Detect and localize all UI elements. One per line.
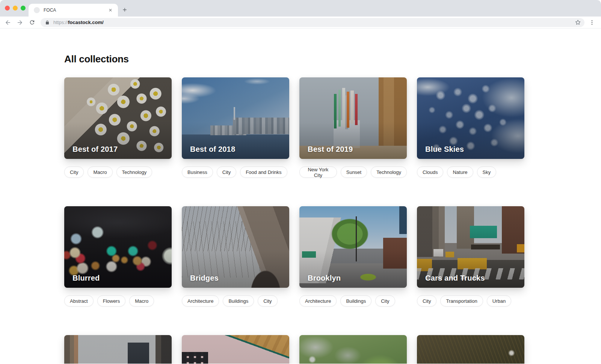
collection-cover-image[interactable] [417, 335, 524, 364]
page-content: All collections Best of 2017 CityMacroTe… [0, 29, 601, 364]
collection-card[interactable] [299, 335, 407, 364]
tag-pill[interactable]: City [417, 295, 436, 307]
page-title: All collections [64, 53, 601, 65]
collection-card[interactable]: Blue Skies CloudsNatureSky [417, 77, 524, 178]
collection-tags: CityMacroTechnology [64, 166, 172, 178]
collection-title: Bridges [190, 274, 219, 282]
collection-card[interactable] [182, 335, 289, 364]
collection-card[interactable]: Blurred AbstractFlowersMacro [64, 206, 172, 307]
collection-cover-image[interactable]: Bridges [182, 206, 289, 288]
tag-pill[interactable]: Business [182, 166, 213, 178]
window-zoom-button[interactable] [21, 6, 26, 11]
tag-pill[interactable]: Food and Drinks [240, 166, 287, 178]
collection-title: Blurred [72, 274, 100, 282]
collection-tags: ArchitectureBuildingsCity [299, 295, 407, 307]
tag-pill[interactable]: City [64, 166, 84, 178]
tag-pill[interactable]: City [258, 295, 277, 307]
lock-icon [45, 20, 50, 25]
collection-card[interactable]: Cars and Trucks CityTransportationUrban [417, 206, 524, 307]
collection-card[interactable] [64, 335, 172, 364]
collection-cover-image[interactable]: Best of 2017 [64, 77, 172, 159]
tab-close-icon[interactable] [107, 7, 113, 13]
collection-cover-image[interactable] [182, 335, 289, 364]
collection-title: Best of 2019 [308, 145, 353, 154]
tag-pill[interactable]: Flowers [97, 295, 126, 307]
collection-cover-image[interactable]: Blurred [64, 206, 172, 288]
collection-tags: AbstractFlowersMacro [64, 295, 172, 307]
tag-pill[interactable]: City [217, 166, 236, 178]
collection-cover-image[interactable] [64, 335, 172, 364]
tag-pill[interactable]: Abstract [64, 295, 94, 307]
bookmark-star-icon[interactable] [574, 19, 581, 26]
reload-icon[interactable] [27, 18, 36, 27]
tag-pill[interactable]: Sunset [341, 166, 367, 178]
collection-cover-image[interactable]: Cars and Trucks [417, 206, 524, 288]
tag-pill[interactable]: Technology [116, 166, 153, 178]
tag-pill[interactable]: Buildings [223, 295, 254, 307]
collection-cover-image[interactable]: Best of 2018 [182, 77, 289, 159]
browser-menu-icon[interactable] [587, 18, 596, 27]
collection-tags: BusinessCityFood and Drinks [182, 166, 289, 178]
browser-tab[interactable]: FOCA [29, 4, 118, 17]
browser-window: FOCA https://focastock.com/ [0, 0, 601, 364]
collection-cover-image[interactable]: Best of 2019 [299, 77, 407, 159]
collection-cover-image[interactable] [299, 335, 407, 364]
browser-toolbar: https://focastock.com/ [0, 17, 601, 29]
url-domain: focastock.com/ [68, 20, 104, 25]
tag-pill[interactable]: Macro [88, 166, 112, 178]
tab-title: FOCA [44, 8, 107, 13]
tab-favicon-icon [34, 7, 40, 13]
collections-grid: Best of 2017 CityMacroTechnology Best of… [64, 77, 524, 364]
collection-tags: ArchitectureBuildingsCity [182, 295, 289, 307]
collection-card[interactable]: Brooklyn ArchitectureBuildingsCity [299, 206, 407, 307]
collection-cover-image[interactable]: Blue Skies [417, 77, 524, 159]
collection-card[interactable]: Bridges ArchitectureBuildingsCity [182, 206, 289, 307]
tag-pill[interactable]: Transportation [440, 295, 483, 307]
tag-pill[interactable]: Clouds [417, 166, 443, 178]
collection-title: Best of 2017 [72, 145, 118, 154]
collection-title: Brooklyn [308, 274, 341, 282]
traffic-lights [5, 6, 26, 11]
tag-pill[interactable]: Technology [371, 166, 407, 178]
collection-cover-image[interactable]: Brooklyn [299, 206, 407, 288]
collection-title: Blue Skies [425, 145, 464, 154]
forward-icon[interactable] [15, 18, 24, 27]
collection-card[interactable]: Best of 2019 New York CitySunsetTechnolo… [299, 77, 407, 178]
tab-strip: FOCA [0, 0, 601, 17]
tag-pill[interactable]: New York City [299, 166, 337, 178]
collection-card[interactable]: Best of 2018 BusinessCityFood and Drinks [182, 77, 289, 178]
collection-tags: New York CitySunsetTechnology [299, 166, 407, 178]
tag-pill[interactable]: Architecture [299, 295, 337, 307]
collection-tags: CloudsNatureSky [417, 166, 524, 178]
tag-pill[interactable]: Macro [129, 295, 154, 307]
url-scheme: https:// [53, 20, 68, 25]
new-tab-button[interactable] [120, 5, 129, 14]
url-text: https://focastock.com/ [53, 20, 104, 25]
window-close-button[interactable] [5, 6, 10, 11]
tag-pill[interactable]: Architecture [182, 295, 219, 307]
address-bar[interactable]: https://focastock.com/ [41, 18, 584, 27]
window-minimize-button[interactable] [13, 6, 18, 11]
collection-title: Best of 2018 [190, 145, 235, 154]
tag-pill[interactable]: Sky [477, 166, 497, 178]
tag-pill[interactable]: City [375, 295, 395, 307]
tag-pill[interactable]: Nature [447, 166, 473, 178]
tag-pill[interactable]: Buildings [340, 295, 371, 307]
collection-card[interactable]: Best of 2017 CityMacroTechnology [64, 77, 172, 178]
collection-title: Cars and Trucks [425, 274, 485, 282]
back-icon[interactable] [3, 18, 12, 27]
collection-tags: CityTransportationUrban [417, 295, 524, 307]
tag-pill[interactable]: Urban [487, 295, 511, 307]
collection-card[interactable] [417, 335, 524, 364]
